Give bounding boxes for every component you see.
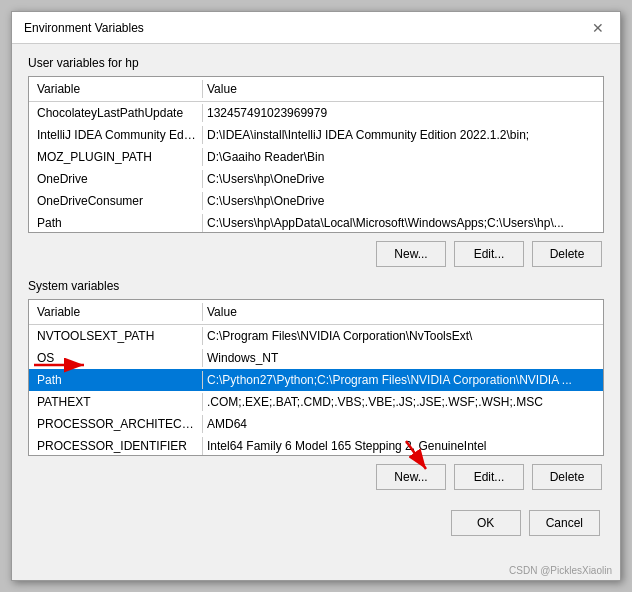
system-col-variable-header: Variable bbox=[33, 303, 203, 321]
user-delete-button[interactable]: Delete bbox=[532, 241, 602, 267]
table-row[interactable]: PATHEXT .COM;.EXE;.BAT;.CMD;.VBS;.VBE;.J… bbox=[29, 391, 603, 413]
dialog-content: User variables for hp Variable Value Cho… bbox=[12, 44, 620, 552]
row-value: .COM;.EXE;.BAT;.CMD;.VBS;.VBE;.JS;.JSE;.… bbox=[203, 393, 599, 411]
title-bar: Environment Variables ✕ bbox=[12, 12, 620, 44]
row-value: 132457491023969979 bbox=[203, 104, 599, 122]
row-variable: OS bbox=[33, 349, 203, 367]
ok-button[interactable]: OK bbox=[451, 510, 521, 536]
table-row[interactable]: OneDriveConsumer C:\Users\hp\OneDrive bbox=[29, 190, 603, 212]
row-variable: IntelliJ IDEA Community Edit... bbox=[33, 126, 203, 144]
table-row[interactable]: PROCESSOR_IDENTIFIER Intel64 Family 6 Mo… bbox=[29, 435, 603, 455]
cancel-button[interactable]: Cancel bbox=[529, 510, 600, 536]
table-row[interactable]: OneDrive C:\Users\hp\OneDrive bbox=[29, 168, 603, 190]
row-variable: MOZ_PLUGIN_PATH bbox=[33, 148, 203, 166]
row-value: AMD64 bbox=[203, 415, 599, 433]
system-new-button[interactable]: New... bbox=[376, 464, 446, 490]
system-section-label: System variables bbox=[28, 279, 604, 293]
row-value: Intel64 Family 6 Model 165 Stepping 2, G… bbox=[203, 437, 599, 455]
system-edit-button[interactable]: Edit... bbox=[454, 464, 524, 490]
row-value: C:\Users\hp\AppData\Local\Microsoft\Wind… bbox=[203, 214, 599, 232]
system-table-header: Variable Value bbox=[29, 300, 603, 325]
user-table-header: Variable Value bbox=[29, 77, 603, 102]
table-row[interactable]: IntelliJ IDEA Community Edit... D:\IDEA\… bbox=[29, 124, 603, 146]
watermark: CSDN @PicklesXiaolin bbox=[509, 565, 612, 576]
row-variable: OneDriveConsumer bbox=[33, 192, 203, 210]
table-row[interactable]: OS Windows_NT bbox=[29, 347, 603, 369]
user-edit-button[interactable]: Edit... bbox=[454, 241, 524, 267]
row-variable: PROCESSOR_ARCHITECTURE bbox=[33, 415, 203, 433]
row-value: C:\Program Files\NVIDIA Corporation\NvTo… bbox=[203, 327, 599, 345]
table-row[interactable]: MOZ_PLUGIN_PATH D:\Gaaiho Reader\Bin bbox=[29, 146, 603, 168]
row-variable: ChocolateyLastPathUpdate bbox=[33, 104, 203, 122]
user-buttons-row: New... Edit... Delete bbox=[28, 241, 604, 267]
row-variable: Path bbox=[33, 371, 203, 389]
system-table-body[interactable]: NVTOOLSEXT_PATH C:\Program Files\NVIDIA … bbox=[29, 325, 603, 455]
user-col-value-header: Value bbox=[203, 80, 599, 98]
row-variable: NVTOOLSEXT_PATH bbox=[33, 327, 203, 345]
user-table-body[interactable]: ChocolateyLastPathUpdate 132457491023969… bbox=[29, 102, 603, 232]
system-buttons-row: New... Edit... Delete bbox=[28, 464, 604, 490]
ok-cancel-row: OK Cancel bbox=[28, 502, 604, 540]
row-value: D:\IDEA\install\IntelliJ IDEA Community … bbox=[203, 126, 599, 144]
dialog-title: Environment Variables bbox=[24, 21, 144, 35]
user-new-button[interactable]: New... bbox=[376, 241, 446, 267]
row-variable: PATHEXT bbox=[33, 393, 203, 411]
system-col-value-header: Value bbox=[203, 303, 599, 321]
table-row-path[interactable]: Path C:\Python27\Python;C:\Program Files… bbox=[29, 369, 603, 391]
row-value: C:\Python27\Python;C:\Program Files\NVID… bbox=[203, 371, 599, 389]
row-value: D:\Gaaiho Reader\Bin bbox=[203, 148, 599, 166]
table-row[interactable]: Path C:\Users\hp\AppData\Local\Microsoft… bbox=[29, 212, 603, 232]
row-variable: Path bbox=[33, 214, 203, 232]
row-value: C:\Users\hp\OneDrive bbox=[203, 192, 599, 210]
user-col-variable-header: Variable bbox=[33, 80, 203, 98]
row-variable: OneDrive bbox=[33, 170, 203, 188]
environment-variables-dialog: Environment Variables ✕ User variables f… bbox=[11, 11, 621, 581]
system-variables-table: Variable Value NVTOOLSEXT_PATH C:\Progra… bbox=[28, 299, 604, 456]
table-row[interactable]: ChocolateyLastPathUpdate 132457491023969… bbox=[29, 102, 603, 124]
user-section-label: User variables for hp bbox=[28, 56, 604, 70]
row-value: C:\Users\hp\OneDrive bbox=[203, 170, 599, 188]
system-variables-section: System variables Variable Value NVTOOLSE… bbox=[28, 279, 604, 540]
table-row[interactable]: PROCESSOR_ARCHITECTURE AMD64 bbox=[29, 413, 603, 435]
row-variable: PROCESSOR_IDENTIFIER bbox=[33, 437, 203, 455]
close-button[interactable]: ✕ bbox=[588, 18, 608, 38]
user-variables-table: Variable Value ChocolateyLastPathUpdate … bbox=[28, 76, 604, 233]
user-variables-section: User variables for hp Variable Value Cho… bbox=[28, 56, 604, 267]
table-row[interactable]: NVTOOLSEXT_PATH C:\Program Files\NVIDIA … bbox=[29, 325, 603, 347]
system-delete-button[interactable]: Delete bbox=[532, 464, 602, 490]
row-value: Windows_NT bbox=[203, 349, 599, 367]
